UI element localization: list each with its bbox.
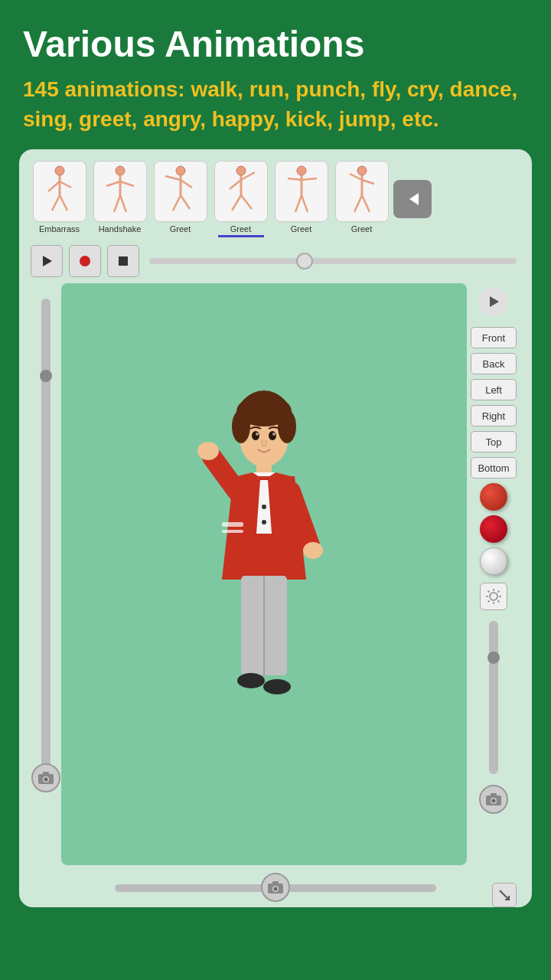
svg-point-65 — [237, 673, 265, 688]
progress-thumb[interactable] — [296, 253, 313, 270]
svg-point-0 — [55, 166, 64, 175]
svg-line-10 — [114, 195, 120, 212]
play-button[interactable] — [31, 245, 63, 277]
anim-thumb-greet4[interactable] — [335, 161, 389, 222]
skin-color-ball[interactable] — [480, 483, 507, 511]
svg-line-78 — [497, 601, 499, 603]
svg-point-70 — [272, 433, 276, 436]
anim-thumb-embarrass[interactable] — [33, 161, 86, 222]
left-slider-area — [31, 283, 61, 865]
subtitle-text: 145 animations: walk, run, punch, fly, c… — [23, 74, 528, 134]
svg-line-29 — [302, 195, 308, 212]
svg-point-69 — [256, 433, 259, 436]
bottom-view-button[interactable]: Bottom — [471, 457, 517, 479]
anim-thumb-handshake[interactable] — [93, 161, 147, 222]
anim-thumb-greet1[interactable] — [154, 161, 207, 222]
page-title: Various Animations — [23, 23, 528, 65]
svg-line-35 — [362, 195, 370, 212]
svg-marker-71 — [490, 296, 499, 307]
anim-thumb-greet3[interactable] — [275, 161, 328, 222]
svg-point-87 — [274, 887, 278, 891]
svg-line-33 — [362, 180, 374, 184]
svg-line-14 — [165, 176, 181, 180]
svg-line-28 — [295, 195, 302, 212]
svg-point-24 — [297, 166, 306, 175]
anim-thumb-greet2[interactable] — [214, 161, 268, 222]
svg-point-6 — [116, 166, 125, 175]
anim-label-greet2: Greet — [230, 224, 252, 234]
right-view-button[interactable]: Right — [471, 405, 517, 426]
svg-line-22 — [232, 195, 241, 211]
svg-line-27 — [302, 178, 317, 180]
svg-line-4 — [52, 195, 60, 211]
anim-label-embarrass: Embarrass — [39, 224, 80, 234]
anim-item-greet2[interactable]: Greet — [212, 161, 269, 237]
back-view-button[interactable]: Back — [471, 353, 517, 374]
app-container: Embarrass Handshake — [19, 149, 532, 907]
svg-line-34 — [354, 195, 362, 212]
resize-button[interactable] — [492, 883, 517, 907]
front-view-button[interactable]: Front — [471, 327, 517, 348]
svg-line-23 — [241, 195, 252, 209]
svg-point-67 — [252, 431, 259, 440]
controls-bar — [31, 245, 520, 277]
svg-line-5 — [60, 195, 67, 211]
left-camera-button[interactable] — [31, 763, 60, 792]
left-vertical-slider[interactable] — [41, 299, 51, 773]
hair-color-ball[interactable] — [480, 515, 507, 543]
anim-item-greet1[interactable]: Greet — [152, 161, 209, 234]
svg-line-16 — [173, 195, 181, 211]
svg-line-17 — [181, 195, 190, 209]
svg-line-79 — [497, 591, 499, 593]
right-slider-thumb[interactable] — [487, 652, 500, 664]
svg-rect-39 — [119, 256, 128, 266]
svg-point-42 — [44, 778, 48, 782]
back-button[interactable] — [393, 180, 432, 218]
right-camera-button[interactable] — [479, 785, 508, 814]
svg-line-3 — [60, 181, 71, 188]
record-button[interactable] — [69, 245, 101, 277]
right-vertical-slider[interactable] — [489, 621, 498, 774]
cloth-color-ball[interactable] — [480, 547, 507, 575]
light-settings-button[interactable] — [480, 583, 507, 610]
anim-item-embarrass[interactable]: Embarrass — [31, 161, 88, 234]
anim-label-greet4: Greet — [351, 224, 373, 234]
svg-line-21 — [230, 180, 241, 189]
stop-button[interactable] — [107, 245, 139, 277]
anim-item-handshake[interactable]: Handshake — [91, 161, 148, 234]
svg-point-68 — [269, 431, 276, 440]
svg-line-8 — [106, 181, 120, 186]
anim-label-handshake: Handshake — [99, 224, 142, 234]
bottom-camera-button[interactable] — [261, 873, 290, 902]
svg-point-47 — [232, 410, 250, 443]
right-panel: Front Back Left Right Top Bottom — [467, 283, 520, 865]
svg-line-15 — [181, 180, 192, 188]
svg-line-26 — [288, 178, 302, 180]
left-view-button[interactable]: Left — [471, 379, 517, 400]
header: Various Animations 145 animations: walk,… — [0, 0, 551, 149]
viewport-play-button[interactable] — [479, 287, 508, 316]
svg-point-55 — [262, 505, 266, 509]
svg-point-38 — [80, 256, 90, 266]
svg-line-11 — [120, 195, 126, 212]
top-view-button[interactable]: Top — [471, 431, 517, 452]
svg-point-18 — [236, 166, 246, 175]
svg-point-60 — [197, 442, 219, 460]
progress-track[interactable] — [149, 258, 517, 264]
anim-item-greet4[interactable]: Greet — [333, 161, 390, 234]
svg-line-77 — [488, 591, 490, 593]
viewport-area: Front Back Left Right Top Bottom — [31, 283, 520, 865]
svg-rect-88 — [272, 881, 279, 884]
svg-point-48 — [278, 410, 296, 443]
center-viewport[interactable] — [61, 283, 467, 865]
svg-point-12 — [176, 166, 185, 175]
svg-rect-57 — [222, 522, 243, 527]
left-slider-thumb[interactable] — [40, 370, 52, 382]
svg-point-56 — [262, 520, 266, 524]
svg-marker-36 — [409, 193, 419, 205]
animation-strip: Embarrass Handshake — [31, 161, 520, 237]
svg-line-9 — [120, 181, 134, 186]
bottom-area — [31, 865, 520, 911]
svg-rect-43 — [43, 772, 49, 775]
anim-item-greet3[interactable]: Greet — [272, 161, 330, 234]
